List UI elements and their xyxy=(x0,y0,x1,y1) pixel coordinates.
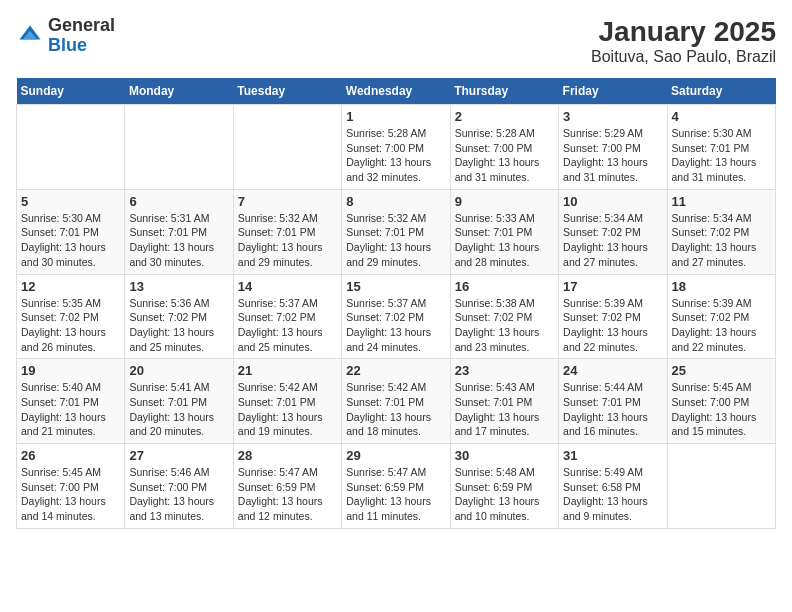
calendar-table: SundayMondayTuesdayWednesdayThursdayFrid… xyxy=(16,78,776,529)
day-number: 30 xyxy=(455,448,554,463)
day-cell: 6Sunrise: 5:31 AMSunset: 7:01 PMDaylight… xyxy=(125,189,233,274)
day-info: Sunrise: 5:28 AMSunset: 7:00 PMDaylight:… xyxy=(455,126,554,185)
day-info: Sunrise: 5:46 AMSunset: 7:00 PMDaylight:… xyxy=(129,465,228,524)
day-number: 24 xyxy=(563,363,662,378)
day-info: Sunrise: 5:47 AMSunset: 6:59 PMDaylight:… xyxy=(238,465,337,524)
day-info: Sunrise: 5:42 AMSunset: 7:01 PMDaylight:… xyxy=(346,380,445,439)
day-cell: 23Sunrise: 5:43 AMSunset: 7:01 PMDayligh… xyxy=(450,359,558,444)
week-row: 26Sunrise: 5:45 AMSunset: 7:00 PMDayligh… xyxy=(17,444,776,529)
day-number: 6 xyxy=(129,194,228,209)
day-number: 13 xyxy=(129,279,228,294)
day-number: 15 xyxy=(346,279,445,294)
day-cell: 24Sunrise: 5:44 AMSunset: 7:01 PMDayligh… xyxy=(559,359,667,444)
day-number: 17 xyxy=(563,279,662,294)
day-cell: 13Sunrise: 5:36 AMSunset: 7:02 PMDayligh… xyxy=(125,274,233,359)
day-number: 4 xyxy=(672,109,771,124)
day-info: Sunrise: 5:35 AMSunset: 7:02 PMDaylight:… xyxy=(21,296,120,355)
day-cell xyxy=(17,105,125,190)
day-cell: 4Sunrise: 5:30 AMSunset: 7:01 PMDaylight… xyxy=(667,105,775,190)
day-number: 22 xyxy=(346,363,445,378)
day-cell: 25Sunrise: 5:45 AMSunset: 7:00 PMDayligh… xyxy=(667,359,775,444)
day-info: Sunrise: 5:36 AMSunset: 7:02 PMDaylight:… xyxy=(129,296,228,355)
day-cell: 1Sunrise: 5:28 AMSunset: 7:00 PMDaylight… xyxy=(342,105,450,190)
day-info: Sunrise: 5:34 AMSunset: 7:02 PMDaylight:… xyxy=(672,211,771,270)
day-info: Sunrise: 5:40 AMSunset: 7:01 PMDaylight:… xyxy=(21,380,120,439)
calendar-body: 1Sunrise: 5:28 AMSunset: 7:00 PMDaylight… xyxy=(17,105,776,529)
day-cell: 2Sunrise: 5:28 AMSunset: 7:00 PMDaylight… xyxy=(450,105,558,190)
day-cell: 12Sunrise: 5:35 AMSunset: 7:02 PMDayligh… xyxy=(17,274,125,359)
logo-text: General Blue xyxy=(48,16,115,56)
day-number: 3 xyxy=(563,109,662,124)
day-cell: 5Sunrise: 5:30 AMSunset: 7:01 PMDaylight… xyxy=(17,189,125,274)
day-cell: 27Sunrise: 5:46 AMSunset: 7:00 PMDayligh… xyxy=(125,444,233,529)
day-info: Sunrise: 5:41 AMSunset: 7:01 PMDaylight:… xyxy=(129,380,228,439)
header-cell-tuesday: Tuesday xyxy=(233,78,341,105)
day-info: Sunrise: 5:38 AMSunset: 7:02 PMDaylight:… xyxy=(455,296,554,355)
day-number: 20 xyxy=(129,363,228,378)
day-cell: 31Sunrise: 5:49 AMSunset: 6:58 PMDayligh… xyxy=(559,444,667,529)
day-cell: 18Sunrise: 5:39 AMSunset: 7:02 PMDayligh… xyxy=(667,274,775,359)
day-cell: 21Sunrise: 5:42 AMSunset: 7:01 PMDayligh… xyxy=(233,359,341,444)
day-number: 11 xyxy=(672,194,771,209)
calendar-header: SundayMondayTuesdayWednesdayThursdayFrid… xyxy=(17,78,776,105)
day-number: 21 xyxy=(238,363,337,378)
day-cell: 7Sunrise: 5:32 AMSunset: 7:01 PMDaylight… xyxy=(233,189,341,274)
day-info: Sunrise: 5:30 AMSunset: 7:01 PMDaylight:… xyxy=(21,211,120,270)
week-row: 1Sunrise: 5:28 AMSunset: 7:00 PMDaylight… xyxy=(17,105,776,190)
day-number: 25 xyxy=(672,363,771,378)
day-info: Sunrise: 5:49 AMSunset: 6:58 PMDaylight:… xyxy=(563,465,662,524)
day-number: 27 xyxy=(129,448,228,463)
day-number: 16 xyxy=(455,279,554,294)
day-cell: 28Sunrise: 5:47 AMSunset: 6:59 PMDayligh… xyxy=(233,444,341,529)
header-cell-wednesday: Wednesday xyxy=(342,78,450,105)
day-number: 28 xyxy=(238,448,337,463)
day-cell: 22Sunrise: 5:42 AMSunset: 7:01 PMDayligh… xyxy=(342,359,450,444)
logo: General Blue xyxy=(16,16,115,56)
day-info: Sunrise: 5:44 AMSunset: 7:01 PMDaylight:… xyxy=(563,380,662,439)
day-number: 8 xyxy=(346,194,445,209)
day-cell xyxy=(125,105,233,190)
header-cell-monday: Monday xyxy=(125,78,233,105)
day-info: Sunrise: 5:43 AMSunset: 7:01 PMDaylight:… xyxy=(455,380,554,439)
day-number: 5 xyxy=(21,194,120,209)
day-info: Sunrise: 5:29 AMSunset: 7:00 PMDaylight:… xyxy=(563,126,662,185)
day-cell: 8Sunrise: 5:32 AMSunset: 7:01 PMDaylight… xyxy=(342,189,450,274)
day-info: Sunrise: 5:32 AMSunset: 7:01 PMDaylight:… xyxy=(346,211,445,270)
logo-blue-text: Blue xyxy=(48,35,87,55)
day-number: 10 xyxy=(563,194,662,209)
day-cell: 19Sunrise: 5:40 AMSunset: 7:01 PMDayligh… xyxy=(17,359,125,444)
day-cell: 10Sunrise: 5:34 AMSunset: 7:02 PMDayligh… xyxy=(559,189,667,274)
calendar-subtitle: Boituva, Sao Paulo, Brazil xyxy=(591,48,776,66)
day-info: Sunrise: 5:48 AMSunset: 6:59 PMDaylight:… xyxy=(455,465,554,524)
header-row: SundayMondayTuesdayWednesdayThursdayFrid… xyxy=(17,78,776,105)
day-info: Sunrise: 5:34 AMSunset: 7:02 PMDaylight:… xyxy=(563,211,662,270)
day-cell: 9Sunrise: 5:33 AMSunset: 7:01 PMDaylight… xyxy=(450,189,558,274)
day-info: Sunrise: 5:37 AMSunset: 7:02 PMDaylight:… xyxy=(346,296,445,355)
day-cell: 3Sunrise: 5:29 AMSunset: 7:00 PMDaylight… xyxy=(559,105,667,190)
calendar-title: January 2025 xyxy=(591,16,776,48)
day-cell: 15Sunrise: 5:37 AMSunset: 7:02 PMDayligh… xyxy=(342,274,450,359)
day-info: Sunrise: 5:42 AMSunset: 7:01 PMDaylight:… xyxy=(238,380,337,439)
day-cell xyxy=(667,444,775,529)
day-info: Sunrise: 5:31 AMSunset: 7:01 PMDaylight:… xyxy=(129,211,228,270)
header-cell-friday: Friday xyxy=(559,78,667,105)
day-number: 12 xyxy=(21,279,120,294)
logo-general-text: General xyxy=(48,15,115,35)
day-cell: 14Sunrise: 5:37 AMSunset: 7:02 PMDayligh… xyxy=(233,274,341,359)
day-number: 26 xyxy=(21,448,120,463)
day-number: 14 xyxy=(238,279,337,294)
day-cell: 20Sunrise: 5:41 AMSunset: 7:01 PMDayligh… xyxy=(125,359,233,444)
day-number: 18 xyxy=(672,279,771,294)
day-number: 7 xyxy=(238,194,337,209)
day-info: Sunrise: 5:45 AMSunset: 7:00 PMDaylight:… xyxy=(672,380,771,439)
day-info: Sunrise: 5:39 AMSunset: 7:02 PMDaylight:… xyxy=(563,296,662,355)
day-cell: 16Sunrise: 5:38 AMSunset: 7:02 PMDayligh… xyxy=(450,274,558,359)
day-number: 23 xyxy=(455,363,554,378)
day-info: Sunrise: 5:45 AMSunset: 7:00 PMDaylight:… xyxy=(21,465,120,524)
day-number: 2 xyxy=(455,109,554,124)
day-cell xyxy=(233,105,341,190)
day-cell: 29Sunrise: 5:47 AMSunset: 6:59 PMDayligh… xyxy=(342,444,450,529)
day-number: 29 xyxy=(346,448,445,463)
header-cell-saturday: Saturday xyxy=(667,78,775,105)
day-cell: 11Sunrise: 5:34 AMSunset: 7:02 PMDayligh… xyxy=(667,189,775,274)
